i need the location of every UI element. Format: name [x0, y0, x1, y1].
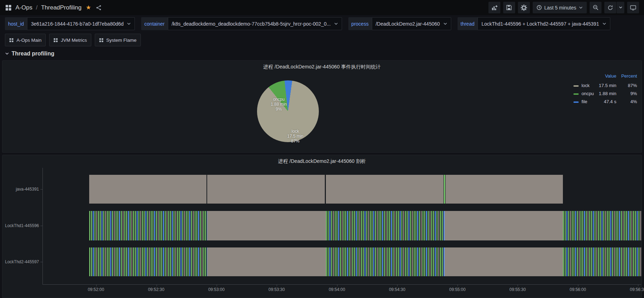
variable-value: /DeadLockDemo2.jar-445060 [376, 21, 440, 27]
clock-icon [537, 5, 542, 10]
y-axis-tick [40, 226, 42, 226]
chevron-down-icon [602, 22, 606, 26]
refresh-button[interactable] [604, 2, 616, 13]
legend-swatch [573, 85, 579, 87]
x-axis-tick [638, 284, 638, 286]
apps-icon [9, 38, 14, 42]
favorite-star-icon[interactable]: ★ [86, 5, 91, 11]
variable-host_id: host_id3e61a216-1844-4176-b7a0-1df7eba80… [5, 17, 135, 30]
row-header-thread-profiling[interactable]: Thread profiling [0, 46, 91, 57]
x-axis-label: 09:54:30 [389, 287, 406, 292]
legend-value: 1.88 min [594, 90, 616, 98]
legend-series-name[interactable]: oncpu [581, 91, 594, 96]
timeline-segment-mixed[interactable] [89, 247, 207, 276]
x-axis-label: 09:56:30 [630, 287, 644, 292]
apps-icon [53, 38, 58, 42]
save-dashboard-button[interactable] [503, 2, 515, 13]
legend-percent: 9% [616, 90, 637, 98]
settings-gear-icon[interactable] [518, 2, 530, 13]
variable-value: /k8s_deadlockdemo_deadlockdemo-77ccb754b… [172, 21, 331, 27]
timeline-segment-lock[interactable] [326, 175, 443, 204]
row-title: Thread profiling [12, 51, 54, 57]
apps-icon[interactable] [5, 4, 12, 11]
y-axis-label: java-445391 [2, 187, 39, 192]
zoom-out-button[interactable] [590, 2, 602, 13]
variable-label: thread [458, 17, 478, 30]
dashboard-link-jvm-metrics[interactable]: JVM Metrics [49, 34, 91, 46]
chevron-down-icon [579, 6, 583, 10]
x-axis-label: 09:52:30 [148, 287, 164, 292]
y-axis-label: LockThd2-445597 [2, 259, 39, 264]
pie-chart[interactable] [257, 80, 319, 142]
x-axis-tick [217, 284, 217, 286]
dashboard-link-a-ops-main[interactable]: A-Ops Main [5, 34, 46, 46]
x-axis-label: 09:56:00 [570, 287, 586, 292]
timeline-segment-lock[interactable] [445, 247, 563, 276]
x-axis-label: 09:53:30 [268, 287, 285, 292]
apps-icon [99, 38, 104, 42]
refresh-interval-dropdown[interactable] [617, 2, 624, 13]
breadcrumb-folder[interactable]: A-Ops [15, 4, 32, 11]
x-axis-tick [157, 284, 157, 286]
timeline-panel: 进程 /DeadLockDemo2.jar-445060 剖析 09:52:00… [2, 155, 642, 298]
y-axis-tick [40, 262, 42, 262]
legend-series-name[interactable]: lock [581, 83, 590, 88]
timeline-segment-lock[interactable] [207, 211, 326, 240]
pie-legend-table: ValuePercentlock17.5 min87%oncpu1.88 min… [573, 73, 637, 106]
dashboard-links-row: A-Ops MainJVM MetricsSystem Flame [0, 30, 644, 46]
timeline-segment-lock[interactable] [445, 211, 563, 240]
timeline-segment-mixed[interactable] [326, 211, 445, 240]
x-axis-label: 09:55:30 [510, 287, 526, 292]
variable-label: process [348, 17, 372, 30]
navbar: A-Ops / ThreadProfiling ★ Last 5 minu [0, 0, 644, 15]
x-axis-tick [96, 284, 97, 286]
variable-value-dropdown[interactable]: /k8s_deadlockdemo_deadlockdemo-77ccb754b… [168, 17, 342, 30]
chevron-down-icon [334, 22, 338, 26]
variable-value-dropdown[interactable]: /DeadLockDemo2.jar-445060 [372, 17, 451, 30]
legend-percent: 87% [616, 81, 637, 90]
variables-row: host_id3e61a216-1844-4176-b7a0-1df7eba80… [0, 15, 644, 30]
timeline-segment-mixed[interactable] [89, 211, 207, 240]
timeline-segment-oncpu[interactable] [444, 175, 445, 204]
x-axis-label: 09:54:00 [329, 287, 345, 292]
timeline-segment-mixed[interactable] [563, 247, 641, 276]
legend-percent: 4% [616, 98, 637, 106]
dashboard-link-system-flame[interactable]: System Flame [95, 34, 141, 46]
timeline-segment-lock[interactable] [446, 175, 563, 204]
legend-header-value[interactable]: Value [594, 73, 616, 81]
share-icon[interactable] [96, 5, 101, 11]
timeline-segment-mixed[interactable] [326, 247, 445, 276]
add-panel-button[interactable] [488, 2, 500, 13]
legend-header-row: ValuePercent [573, 73, 637, 81]
legend-header-percent[interactable]: Percent [616, 73, 637, 81]
legend-swatch [573, 101, 579, 103]
dashboard-link-label: System Flame [106, 38, 137, 43]
timeline-plot [42, 168, 641, 285]
timeline-segment-lock[interactable] [207, 175, 325, 204]
dashboard-link-label: A-Ops Main [17, 38, 41, 43]
chevron-down-icon [127, 22, 131, 26]
breadcrumb-dashboard[interactable]: ThreadProfiling [41, 4, 81, 11]
x-axis-label: 09:55:00 [449, 287, 466, 292]
variable-process: process/DeadLockDemo2.jar-445060 [348, 17, 451, 30]
time-range-picker[interactable]: Last 5 minutes [533, 2, 587, 13]
x-axis-tick [277, 284, 277, 286]
legend-row-oncpu: oncpu1.88 min9% [573, 90, 637, 98]
variable-label: host_id [5, 17, 27, 30]
variable-value-dropdown[interactable]: LockThd1-445596 + LockThd2-445597 + java… [478, 17, 610, 30]
cycle-view-tv-icon[interactable] [627, 2, 639, 13]
chevron-down-icon [5, 52, 9, 56]
pie-panel: 进程 /DeadLockDemo2.jar-445060 事件执行时间统计 on… [2, 60, 642, 153]
legend-value: 17.5 min [594, 81, 616, 90]
time-range-label: Last 5 minutes [544, 5, 576, 11]
timeline-segment-mixed[interactable] [563, 211, 641, 240]
timeline-segment-lock[interactable] [207, 247, 326, 276]
dashboard-link-label: JVM Metrics [61, 38, 87, 43]
variable-thread: threadLockThd1-445596 + LockThd2-445597 … [458, 17, 610, 30]
x-axis-tick [397, 284, 397, 286]
timeline-segment-lock[interactable] [89, 175, 206, 204]
legend-series-name[interactable]: file [581, 99, 587, 104]
x-axis-tick [458, 284, 458, 286]
variable-value: LockThd1-445596 + LockThd2-445597 + java… [481, 21, 599, 27]
variable-value-dropdown[interactable]: 3e61a216-1844-4176-b7a0-1df7eba80d6d [27, 17, 135, 30]
